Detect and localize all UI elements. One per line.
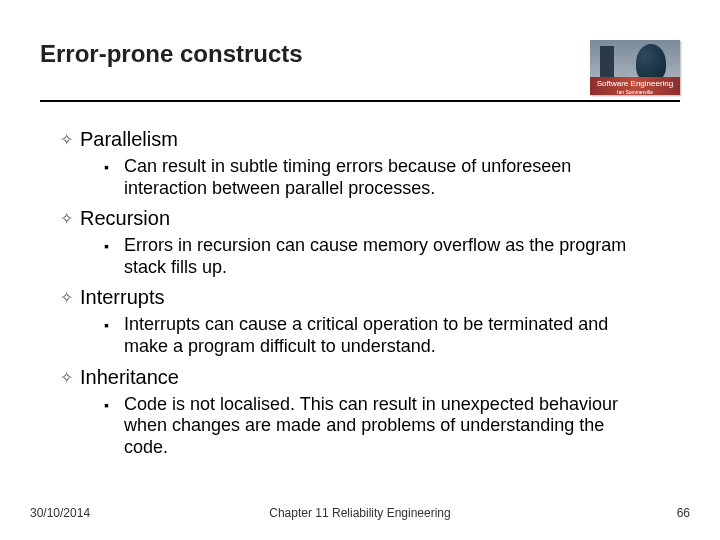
- logo-subtext: Ian Sommerville: [590, 89, 680, 95]
- diamond-bullet-icon: ✧: [60, 286, 80, 310]
- diamond-bullet-icon: ✧: [60, 128, 80, 152]
- bullet-heading: Recursion: [80, 207, 170, 230]
- sub-bullet: ▪ Errors in recursion can cause memory o…: [104, 235, 650, 278]
- content-body: ✧ Parallelism ▪ Can result in subtle tim…: [60, 120, 680, 462]
- footer-page-number: 66: [677, 506, 690, 520]
- square-bullet-icon: ▪: [104, 394, 124, 416]
- square-bullet-icon: ▪: [104, 235, 124, 257]
- bullet-parallelism: ✧ Parallelism: [60, 128, 680, 152]
- footer-date: 30/10/2014: [30, 506, 90, 520]
- slide-title: Error-prone constructs: [40, 40, 303, 68]
- square-bullet-icon: ▪: [104, 314, 124, 336]
- sub-bullet-text: Code is not localised. This can result i…: [124, 394, 650, 459]
- footer-chapter: Chapter 11 Reliability Engineering: [30, 506, 690, 520]
- sub-bullet: ▪ Code is not localised. This can result…: [104, 394, 650, 459]
- sub-bullet-text: Errors in recursion can cause memory ove…: [124, 235, 650, 278]
- diamond-bullet-icon: ✧: [60, 207, 80, 231]
- square-bullet-icon: ▪: [104, 156, 124, 178]
- bullet-heading: Parallelism: [80, 128, 178, 151]
- sub-bullet: ▪ Interrupts can cause a critical operat…: [104, 314, 650, 357]
- bullet-inheritance: ✧ Inheritance: [60, 366, 680, 390]
- title-row: Error-prone constructs Software Engineer…: [40, 40, 680, 95]
- logo-text: Software Engineering: [597, 79, 674, 88]
- slide: Error-prone constructs Software Engineer…: [0, 0, 720, 540]
- book-cover-image: Software Engineering Ian Sommerville: [590, 40, 680, 95]
- footer: 30/10/2014 Chapter 11 Reliability Engine…: [30, 506, 690, 520]
- bullet-interrupts: ✧ Interrupts: [60, 286, 680, 310]
- sub-bullet-text: Interrupts can cause a critical operatio…: [124, 314, 650, 357]
- bullet-heading: Interrupts: [80, 286, 164, 309]
- bullet-heading: Inheritance: [80, 366, 179, 389]
- bullet-recursion: ✧ Recursion: [60, 207, 680, 231]
- horizontal-rule: [40, 100, 680, 102]
- diamond-bullet-icon: ✧: [60, 366, 80, 390]
- sub-bullet: ▪ Can result in subtle timing errors bec…: [104, 156, 650, 199]
- sub-bullet-text: Can result in subtle timing errors becau…: [124, 156, 650, 199]
